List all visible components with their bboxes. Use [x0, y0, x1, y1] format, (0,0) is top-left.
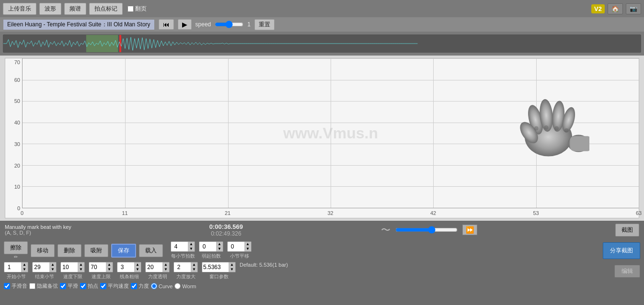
hand-illustration: [503, 81, 589, 169]
quality-zoom-up[interactable]: ▲: [191, 262, 197, 267]
start-bar-input[interactable]: [4, 263, 21, 271]
spinners-group: ▲ ▼ 每小节拍数 ▲ ▼ 弱起拍数: [171, 241, 252, 260]
bar-shift-label: 小节平移: [230, 253, 249, 260]
line-thickness-down[interactable]: ▼: [134, 267, 141, 272]
line-thickness-spinner[interactable]: ▲ ▼: [117, 262, 141, 272]
capture-button[interactable]: 截图: [615, 224, 639, 237]
beats-per-bar-down[interactable]: ▼: [188, 247, 195, 251]
beats-per-bar-up[interactable]: ▲: [188, 242, 195, 247]
play-button[interactable]: ▶: [178, 19, 192, 30]
quality-opacity-up[interactable]: ▲: [162, 262, 169, 267]
camera-icon-button[interactable]: 📷: [626, 3, 641, 14]
flip-checkbox[interactable]: [127, 6, 134, 12]
speed-lower-up[interactable]: ▲: [78, 262, 84, 267]
waveform-container[interactable]: [3, 34, 641, 53]
start-bar-down[interactable]: ▼: [21, 267, 28, 272]
weak-beat-up[interactable]: ▲: [216, 242, 223, 247]
force-checkbox-label: 力度: [131, 282, 149, 290]
quality-zoom-spinner[interactable]: ▲ ▼: [173, 262, 198, 272]
quality-zoom-down[interactable]: ▼: [191, 267, 197, 272]
end-bar-up[interactable]: ▲: [49, 262, 56, 267]
window-param-up[interactable]: ▲: [229, 262, 235, 267]
hand-motion-checkbox[interactable]: [4, 283, 10, 289]
save-button[interactable]: 保存: [111, 244, 136, 258]
speed-slider[interactable]: [215, 21, 243, 28]
end-bar-down[interactable]: ▼: [49, 267, 56, 272]
quality-opacity-spinner[interactable]: ▲ ▼: [145, 262, 170, 272]
window-param-input[interactable]: [202, 263, 229, 271]
attach-button[interactable]: 吸附: [84, 244, 108, 257]
erase-group: 擦除 ✏: [4, 241, 28, 260]
start-bar-spinner[interactable]: ▲ ▼: [4, 262, 28, 272]
quality-opacity-label: 力度透明: [148, 273, 167, 280]
speed-lower-input[interactable]: [61, 263, 78, 271]
beats-per-bar-spinner[interactable]: ▲ ▼: [171, 241, 195, 252]
y-label-0: 0: [17, 205, 20, 211]
quality-opacity-down[interactable]: ▼: [162, 267, 169, 272]
svg-rect-1: [86, 35, 118, 52]
share-capture-button[interactable]: 分享截图: [603, 242, 640, 259]
edit-button[interactable]: 编辑: [614, 265, 640, 278]
bar-shift-spinner[interactable]: ▲ ▼: [227, 241, 252, 252]
curve-radio[interactable]: [151, 283, 157, 289]
speed-lower-down[interactable]: ▼: [78, 267, 84, 272]
waveform-svg: [3, 35, 641, 52]
waveform-bar: [0, 32, 644, 56]
force-checkbox[interactable]: [131, 283, 137, 289]
weak-beat-spinner[interactable]: ▲ ▼: [199, 241, 223, 252]
beats-per-bar-input[interactable]: [171, 242, 188, 251]
beat-text: 拍点: [88, 282, 98, 290]
x-label-11: 11: [122, 210, 127, 216]
import-button[interactable]: 载入: [139, 244, 163, 257]
smooth-checkbox[interactable]: [60, 283, 66, 289]
bar-shift-input[interactable]: [228, 242, 244, 251]
end-bar-input[interactable]: [33, 263, 49, 271]
line-thickness-up[interactable]: ▲: [134, 262, 141, 267]
speed-lower-spinner[interactable]: ▲ ▼: [60, 262, 85, 272]
svg-point-11: [554, 126, 559, 130]
fast-forward-button[interactable]: ⏩: [462, 225, 477, 235]
prev-button[interactable]: ⏮: [159, 19, 174, 30]
avg-speed-text: 平均速度: [108, 282, 129, 290]
weak-beat-down[interactable]: ▼: [216, 247, 223, 251]
waveform-button[interactable]: 波形: [39, 3, 61, 15]
volume-slider[interactable]: [395, 226, 458, 234]
grid-v-1: [125, 58, 126, 208]
line-thickness-label: 线条粗细: [120, 273, 139, 280]
bar-shift-down[interactable]: ▼: [244, 247, 251, 251]
worm-radio[interactable]: [174, 283, 181, 289]
end-bar-spinner[interactable]: ▲ ▼: [32, 262, 57, 272]
quality-opacity-input[interactable]: [146, 263, 162, 271]
window-param-down[interactable]: ▼: [229, 267, 235, 272]
speed-upper-down[interactable]: ▼: [106, 267, 113, 272]
grid-v-4: [433, 58, 434, 208]
force-text: 力度: [138, 282, 149, 290]
beat-checkbox[interactable]: [80, 283, 86, 289]
move-button[interactable]: 移动: [31, 244, 55, 257]
speed-upper-input[interactable]: [89, 263, 106, 271]
beat-marker-button[interactable]: 拍点标记: [89, 3, 123, 15]
avg-speed-checkbox[interactable]: [100, 283, 106, 289]
svg-point-9: [534, 126, 539, 130]
home-icon-button[interactable]: 🏠: [608, 3, 623, 14]
hidden-notes-checkbox[interactable]: [29, 283, 35, 289]
start-bar-up[interactable]: ▲: [21, 262, 28, 267]
bar-shift-up[interactable]: ▲: [244, 242, 251, 247]
window-param-label: 窗口参数: [209, 273, 229, 280]
speed-upper-up[interactable]: ▲: [106, 262, 113, 267]
start-bar-label: 开始小节: [7, 273, 26, 280]
window-param-spinner[interactable]: ▲ ▼: [202, 262, 236, 272]
upload-music-button[interactable]: 上传音乐: [3, 3, 36, 15]
erase-button[interactable]: 擦除: [4, 241, 28, 254]
version-badge: V2: [591, 4, 605, 13]
line-thickness-input[interactable]: [117, 263, 134, 271]
beat-checkbox-label: 拍点: [80, 282, 98, 290]
frequency-button[interactable]: 频谱: [64, 3, 86, 15]
quality-zoom-input[interactable]: [174, 263, 191, 271]
speed-upper-spinner[interactable]: ▲ ▼: [89, 262, 113, 272]
delete-button[interactable]: 删除: [58, 244, 81, 257]
chart-plot[interactable]: www.Vmus.n: [22, 58, 639, 208]
reset-button[interactable]: 重置: [254, 19, 275, 30]
hidden-notes-checkbox-label: 隐藏备弦: [29, 282, 58, 290]
weak-beat-input[interactable]: [199, 242, 216, 251]
